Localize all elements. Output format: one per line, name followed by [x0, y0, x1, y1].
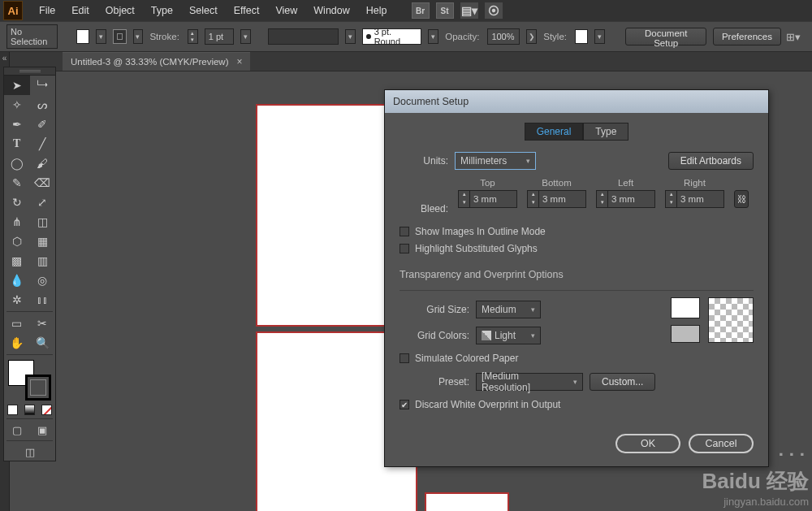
- bleed-right-input[interactable]: [677, 190, 724, 208]
- eraser-tool[interactable]: ⌫: [30, 173, 56, 193]
- menu-file[interactable]: File: [31, 2, 63, 19]
- column-graph-tool[interactable]: ⫾⫾: [30, 290, 56, 310]
- width-tool[interactable]: ⋔: [4, 212, 30, 232]
- brush-def-dropdown[interactable]: ▾: [428, 29, 438, 44]
- opacity-dropdown[interactable]: ❯: [526, 29, 537, 44]
- menu-help[interactable]: Help: [358, 2, 395, 19]
- draw-mode-row: ◫: [4, 443, 55, 461]
- artboard-tool[interactable]: ▭: [4, 314, 30, 333]
- close-tab-icon[interactable]: ×: [236, 56, 242, 67]
- rotate-tool[interactable]: ↻: [4, 193, 30, 212]
- stroke-dropdown[interactable]: ▾: [133, 29, 144, 44]
- stroke-swatch[interactable]: [113, 29, 126, 44]
- dialog-title[interactable]: Document Setup: [385, 90, 768, 113]
- highlight-glyphs-checkbox[interactable]: Highlight Substituted Glyphs: [400, 243, 754, 254]
- bleed-left-stepper[interactable]: ▴▾: [596, 190, 608, 208]
- fill-stroke-control[interactable]: [4, 357, 55, 402]
- graphic-style-swatch[interactable]: [575, 29, 588, 44]
- direct-selection-tool[interactable]: ⮡: [30, 76, 56, 95]
- tab-general[interactable]: General: [525, 123, 584, 141]
- magic-wand-tool[interactable]: ✧: [4, 95, 30, 115]
- gpu-icon[interactable]: ⦿: [485, 2, 503, 19]
- color-mode-fill[interactable]: [4, 402, 21, 417]
- draw-mode[interactable]: ◫: [4, 443, 55, 461]
- line-segment-tool[interactable]: ╱: [30, 134, 56, 154]
- brush-name: 3 pt. Round: [374, 27, 418, 46]
- control-bar: No Selection ▾ ▾ Stroke: ▴▾ ▾ ▾ 3 pt. Ro…: [0, 21, 812, 52]
- lasso-tool[interactable]: ᔕ: [30, 95, 56, 115]
- stroke-stepper[interactable]: ▴▾: [188, 29, 198, 44]
- screen-mode-normal[interactable]: ▢: [4, 421, 30, 439]
- simulate-paper-label: Simulate Colored Paper: [415, 353, 518, 364]
- units-value: Millimeters: [460, 155, 507, 167]
- document-tab[interactable]: Untitled-3 @ 33.33% (CMYK/Preview) ×: [63, 52, 250, 71]
- type-tool[interactable]: T: [4, 134, 30, 154]
- graphic-style-dropdown[interactable]: ▾: [594, 29, 605, 44]
- perspective-grid-tool[interactable]: ▦: [30, 232, 56, 251]
- cancel-button[interactable]: Cancel: [689, 434, 754, 453]
- eyedropper-tool[interactable]: 💧: [4, 271, 30, 290]
- document-setup-button[interactable]: Document Setup: [625, 28, 706, 45]
- menu-edit[interactable]: Edit: [63, 2, 97, 19]
- free-transform-tool[interactable]: ◫: [30, 212, 56, 232]
- fill-swatch[interactable]: [76, 29, 89, 44]
- curvature-tool[interactable]: ✐: [30, 115, 56, 134]
- fill-dropdown[interactable]: ▾: [96, 29, 106, 44]
- brush-preview[interactable]: [268, 28, 339, 45]
- bleed-link-icon[interactable]: ⛓: [734, 190, 749, 208]
- mesh-tool[interactable]: ▩: [4, 251, 30, 271]
- hand-tool[interactable]: ✋: [4, 333, 30, 353]
- bleed-top-input[interactable]: [470, 190, 517, 208]
- grid-size-select[interactable]: Medium▾: [476, 301, 541, 318]
- stroke-weight-dropdown[interactable]: ▾: [240, 29, 251, 44]
- simulate-paper-checkbox[interactable]: Simulate Colored Paper: [400, 353, 754, 364]
- menu-type[interactable]: Type: [143, 2, 181, 19]
- brush-preview-dropdown[interactable]: ▾: [345, 29, 356, 44]
- arrange-docs-icon[interactable]: ▤▾: [460, 2, 478, 19]
- preset-select[interactable]: [Medium Resolution]▾: [476, 373, 583, 391]
- shaper-tool[interactable]: ✎: [4, 173, 30, 193]
- bleed-bottom-stepper[interactable]: ▴▾: [527, 190, 539, 208]
- selection-tool[interactable]: ➤: [4, 76, 30, 95]
- discard-white-checkbox[interactable]: ✔Discard White Overprint in Output: [400, 399, 754, 410]
- color-mode-none[interactable]: [38, 402, 55, 417]
- screen-mode-full[interactable]: ▣: [30, 421, 56, 439]
- align-to-icon[interactable]: ⊞▾: [788, 29, 799, 44]
- brush-definition[interactable]: 3 pt. Round: [362, 28, 421, 45]
- menu-effect[interactable]: Effect: [226, 2, 268, 19]
- units-select[interactable]: Millimeters▾: [455, 152, 536, 170]
- grid-colors-select[interactable]: Light▾: [476, 327, 541, 344]
- bleed-top-stepper[interactable]: ▴▾: [458, 190, 470, 208]
- opacity-input[interactable]: [487, 28, 520, 45]
- menu-select[interactable]: Select: [181, 2, 226, 19]
- symbol-sprayer-tool[interactable]: ✲: [4, 290, 30, 310]
- gradient-tool[interactable]: ▥: [30, 251, 56, 271]
- scale-tool[interactable]: ⤢: [30, 193, 56, 212]
- toolbox-grip[interactable]: [4, 67, 55, 76]
- custom-button[interactable]: Custom...: [590, 373, 655, 391]
- menu-view[interactable]: View: [267, 2, 305, 19]
- ok-button[interactable]: OK: [615, 434, 680, 453]
- show-images-checkbox[interactable]: Show Images In Outline Mode: [400, 226, 754, 237]
- bleed-bottom-input[interactable]: [539, 190, 586, 208]
- blend-tool[interactable]: ◎: [30, 271, 56, 290]
- preferences-button[interactable]: Preferences: [713, 28, 781, 45]
- pen-tool[interactable]: ✒: [4, 115, 30, 134]
- stroke-weight-input[interactable]: [205, 28, 234, 45]
- menu-object[interactable]: Object: [97, 2, 143, 19]
- artboard-3[interactable]: [426, 494, 508, 511]
- stock-icon[interactable]: St: [436, 2, 454, 19]
- ellipse-tool[interactable]: ◯: [4, 154, 30, 173]
- bleed-right-stepper[interactable]: ▴▾: [665, 190, 677, 208]
- shape-builder-tool[interactable]: ⬡: [4, 232, 30, 251]
- color-mode-gradient[interactable]: [21, 402, 38, 417]
- bleed-left-input[interactable]: [608, 190, 655, 208]
- menu-window[interactable]: Window: [305, 2, 357, 19]
- slice-tool[interactable]: ✂: [30, 314, 56, 333]
- paintbrush-tool[interactable]: 🖌: [30, 154, 56, 173]
- stroke-color[interactable]: [25, 375, 51, 401]
- tab-type[interactable]: Type: [583, 123, 628, 141]
- bridge-icon[interactable]: Br: [412, 2, 430, 19]
- zoom-tool[interactable]: 🔍: [30, 333, 56, 353]
- edit-artboards-button[interactable]: Edit Artboards: [668, 152, 754, 170]
